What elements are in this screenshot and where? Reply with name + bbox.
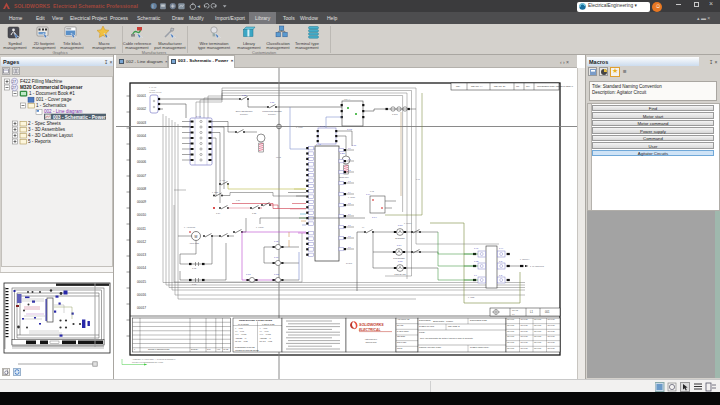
svg-text:(Title/logo box): (Title/logo box) xyxy=(365,338,378,340)
svg-text:1-PE: 1-PE xyxy=(474,260,479,262)
svg-text:SHEET: STATUS: SHEET: STATUS xyxy=(419,325,435,327)
svg-text:1-F2: 1-F2 xyxy=(370,190,374,192)
svg-text:00012: 00012 xyxy=(137,240,146,244)
svg-text:XXX = ±0.005: XXX = ±0.005 xyxy=(235,333,246,335)
svg-text:00007: 00007 xyxy=(137,174,146,178)
svg-text:REVISION: REVISION xyxy=(521,348,528,349)
svg-text:REVISION: REVISION xyxy=(534,325,541,326)
svg-text:3 - 3D Assemblies: 3 - 3D Assemblies xyxy=(28,127,66,132)
svg-text:AGITATOR: AGITATOR xyxy=(189,242,199,244)
svg-text:L1/L2: L1/L2 xyxy=(276,156,281,158)
svg-text:00011: 00011 xyxy=(137,227,146,231)
svg-text:27: 27 xyxy=(12,80,16,84)
svg-text:UNLESS OTHERWISE NOTED: UNLESS OTHERWISE NOTED xyxy=(235,349,260,351)
svg-text:1=PWR: 1=PWR xyxy=(296,126,303,128)
svg-text:XX = ±0.01: XX = ±0.01 xyxy=(235,330,244,332)
svg-text:1-2: 1-2 xyxy=(348,169,351,171)
svg-text:X = ±1/16: X = ±1/16 xyxy=(260,327,268,329)
svg-text:1-B1: 1-B1 xyxy=(340,152,345,154)
svg-text:IMPLEMENTATION AND/OR MATERIAL: IMPLEMENTATION AND/OR MATERIAL xyxy=(537,85,574,87)
svg-text:REVISION: REVISION xyxy=(507,348,514,349)
svg-text:Give your schematic the detail: Give your schematic the detail it craves… xyxy=(420,337,474,339)
svg-text:1-K1: 1-K1 xyxy=(347,128,353,131)
svg-text:M: M xyxy=(195,235,198,239)
svg-text:REVISION: REVISION xyxy=(548,325,555,326)
svg-text:M320 Commercial Dispenser: M320 Commercial Dispenser xyxy=(20,85,83,90)
svg-text:00006: 00006 xyxy=(137,160,146,164)
svg-text:ANGLES = ±1°: ANGLES = ±1° xyxy=(260,337,272,339)
svg-text:REVISION: REVISION xyxy=(521,319,528,320)
svg-text:CONVEYOR: CONVEYOR xyxy=(394,273,406,275)
svg-text:1-4: 1-4 xyxy=(348,191,351,193)
svg-text:1=SUPPLY: 1=SUPPLY xyxy=(520,258,530,260)
svg-text:1-S6: 1-S6 xyxy=(236,199,240,201)
svg-text:REVISION: REVISION xyxy=(548,348,555,349)
svg-text:BLENDER: BLENDER xyxy=(395,237,405,239)
svg-text:1-A1: 1-A1 xyxy=(316,143,321,145)
svg-text:001: 001 xyxy=(545,310,550,314)
svg-text:2 - Spec Sheets: 2 - Spec Sheets xyxy=(28,121,61,126)
svg-text:SOLIDWORKS: SOLIDWORKS xyxy=(359,323,384,327)
svg-text:DISPENSER: DISPENSER xyxy=(393,257,405,259)
svg-text:REVISION: REVISION xyxy=(507,336,514,337)
svg-text:1=LVL: 1=LVL xyxy=(220,179,225,181)
svg-text:AUTHOR NAME: AUTHOR NAME xyxy=(397,318,410,320)
svg-text:SWITCH: SWITCH xyxy=(240,113,248,115)
svg-text:00002: 00002 xyxy=(137,107,146,111)
svg-text:0: 0 xyxy=(134,348,135,350)
svg-text:REVISION: REVISION xyxy=(548,342,555,343)
svg-text:REVISION: REVISION xyxy=(534,336,541,337)
svg-text:1=GND: 1=GND xyxy=(468,296,475,298)
svg-text:REVISION: REVISION xyxy=(534,319,541,320)
svg-text:SCALE: SCALE xyxy=(512,309,519,311)
svg-text:MOIST/STK: MOIST/STK xyxy=(338,176,349,178)
svg-text:REVISION: REVISION xyxy=(548,336,555,337)
svg-text:DRAWN: DRAWN xyxy=(397,324,404,326)
svg-text:REVISION: REVISION xyxy=(521,325,528,326)
svg-text:DATE: DATE xyxy=(224,348,229,350)
svg-text:REF NO. (A): REF NO. (A) xyxy=(471,85,483,87)
svg-text:5 - Reports: 5 - Reports xyxy=(28,139,51,144)
svg-text:00003: 00003 xyxy=(137,121,146,125)
svg-text:DOCUMENT:: DOCUMENT: xyxy=(419,319,431,321)
svg-text:00004: 00004 xyxy=(137,134,146,138)
svg-text:1-8: 1-8 xyxy=(348,235,351,237)
svg-text:QTY: QTY xyxy=(526,85,531,87)
svg-text:1-F1: 1-F1 xyxy=(416,178,420,180)
svg-text:DWN BY: DWN BY xyxy=(191,348,199,350)
svg-text:REVISION: REVISION xyxy=(521,331,528,332)
svg-text:1-X1: 1-X1 xyxy=(196,115,201,117)
svg-text:1-1: 1-1 xyxy=(348,158,351,160)
svg-text:1=CTRL: 1=CTRL xyxy=(348,196,355,198)
svg-text:00016: 00016 xyxy=(137,293,146,297)
svg-text:1=MAINS/PWR: 1=MAINS/PWR xyxy=(530,265,544,267)
svg-text:Date of REV: Date of REV xyxy=(397,341,407,343)
svg-text:REVISION: REVISION xyxy=(534,348,541,349)
svg-text:REVISION: REVISION xyxy=(507,319,514,320)
svg-text:XXX = ±0.005: XXX = ±0.005 xyxy=(260,333,271,335)
svg-text:REVISION: REVISION xyxy=(534,342,541,343)
svg-text:REVISION: REVISION xyxy=(521,342,528,343)
svg-text:www.MFGCo: www.MFGCo xyxy=(365,341,376,343)
svg-text:1-3: 1-3 xyxy=(348,180,351,182)
svg-text:27: 27 xyxy=(12,86,16,90)
svg-text:1-K4: 1-K4 xyxy=(372,216,377,218)
svg-text:1=AGIT/RUN: 1=AGIT/RUN xyxy=(184,226,196,228)
svg-text:REV-SIZE: B: REV-SIZE: B xyxy=(448,325,460,327)
svg-text:1=MTR/A: 1=MTR/A xyxy=(404,222,413,224)
svg-text:1-G: 1-G xyxy=(499,274,503,276)
svg-text:X = ±1/16: X = ±1/16 xyxy=(235,327,243,329)
svg-text:00008: 00008 xyxy=(137,187,146,191)
svg-text:XX = ±0.01: XX = ±0.01 xyxy=(260,330,269,332)
svg-text:MACHINING: MACHINING xyxy=(238,323,249,325)
svg-text:DATE & MODIF: DATE & MODIF xyxy=(397,330,409,332)
svg-text:4 - 3D Cabinet Layout: 4 - 3D Cabinet Layout xyxy=(28,133,73,138)
svg-text:1-X2: 1-X2 xyxy=(320,125,325,127)
svg-text:REVISION: REVISION xyxy=(507,325,514,326)
svg-text:Schematic - Power: Schematic - Power xyxy=(433,320,453,323)
svg-text:ELECTRICAL: ELECTRICAL xyxy=(359,328,380,332)
svg-text:1:1: 1:1 xyxy=(512,313,515,315)
svg-text:REVISION: REVISION xyxy=(548,331,555,332)
svg-text:REF NO. (B): REF NO. (B) xyxy=(494,85,506,87)
svg-text:F422 Filling Machine: F422 Filling Machine xyxy=(20,79,63,84)
